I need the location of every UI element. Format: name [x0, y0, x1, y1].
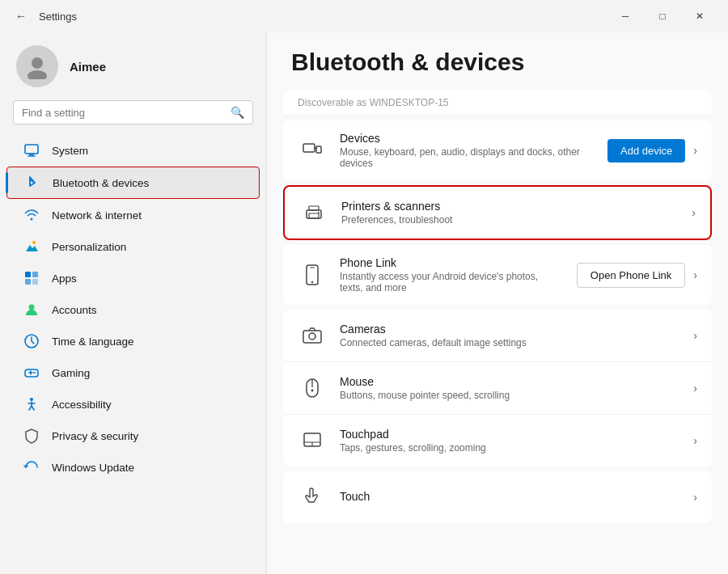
phonelink-row-text: Phone Link Instantly access your Android…: [340, 256, 564, 293]
mouse-desc: Buttons, mouse pointer speed, scrolling: [340, 390, 680, 401]
sidebar-item-privacy[interactable]: Privacy & security: [6, 420, 260, 451]
touchpad-action: ›: [693, 434, 697, 447]
sidebar-item-label-network: Network & internet: [52, 209, 142, 222]
phonelink-row[interactable]: Phone Link Instantly access your Android…: [283, 245, 712, 305]
sidebar-item-label-accessibility: Accessibility: [52, 399, 112, 411]
minimize-button[interactable]: ─: [607, 3, 644, 29]
app-body: Aimee 🔍 System: [0, 32, 728, 574]
maximize-button[interactable]: □: [644, 3, 681, 29]
touch-action: ›: [693, 491, 697, 504]
user-profile[interactable]: Aimee: [0, 32, 266, 97]
svg-rect-9: [25, 279, 31, 285]
mouse-icon: [298, 374, 327, 403]
printers-row-text: Printers & scanners Preferences, trouble…: [341, 200, 679, 226]
phonelink-action: Open Phone Link ›: [577, 263, 697, 288]
printers-row[interactable]: Printers & scanners Preferences, trouble…: [285, 187, 710, 238]
touchpad-row[interactable]: Touchpad Taps, gestures, scrolling, zoom…: [283, 415, 712, 466]
svg-point-16: [30, 398, 33, 401]
svg-rect-8: [32, 272, 38, 277]
devices-action: Add device ›: [607, 139, 697, 162]
sidebar-item-label-gaming: Gaming: [52, 367, 90, 379]
devices-desc: Mouse, keyboard, pen, audio, displays an…: [340, 146, 595, 169]
mouse-title: Mouse: [340, 375, 680, 388]
app-title: Settings: [39, 11, 607, 23]
accessibility-icon: [23, 395, 40, 413]
time-icon: [23, 332, 40, 350]
touch-title: Touch: [340, 490, 680, 503]
sidebar-item-accounts[interactable]: Accounts: [6, 294, 260, 325]
search-input[interactable]: [22, 107, 224, 119]
sidebar-item-gaming[interactable]: Gaming: [6, 357, 260, 388]
add-device-button[interactable]: Add device: [607, 139, 685, 162]
cameras-row-text: Cameras Connected cameras, default image…: [340, 323, 680, 348]
open-phonelink-button[interactable]: Open Phone Link: [577, 263, 685, 288]
sidebar-item-label-update: Windows Update: [52, 462, 134, 474]
touchpad-desc: Taps, gestures, scrolling, zooming: [340, 442, 680, 454]
devices-icon: [298, 136, 327, 165]
printers-title: Printers & scanners: [341, 200, 679, 213]
printers-chevron: ›: [692, 206, 696, 219]
printers-icon: [299, 198, 328, 227]
svg-rect-3: [29, 154, 34, 156]
svg-point-5: [31, 218, 33, 221]
sidebar-item-time[interactable]: Time & language: [6, 326, 260, 357]
sidebar-item-apps[interactable]: Apps: [6, 263, 260, 293]
svg-rect-10: [32, 279, 38, 285]
svg-point-14: [33, 372, 35, 374]
devices-row[interactable]: Devices Mouse, keyboard, pen, audio, dis…: [283, 120, 712, 180]
close-button[interactable]: ✕: [681, 3, 718, 29]
devices-row-text: Devices Mouse, keyboard, pen, audio, dis…: [340, 132, 595, 169]
sidebar-item-label-privacy: Privacy & security: [52, 430, 138, 442]
sidebar-item-update[interactable]: Windows Update: [6, 452, 260, 483]
svg-rect-7: [25, 272, 31, 277]
search-icon: 🔍: [231, 106, 244, 119]
sidebar-item-accessibility[interactable]: Accessibility: [6, 389, 260, 420]
mouse-action: ›: [693, 382, 697, 395]
cameras-row[interactable]: Cameras Connected cameras, default image…: [283, 310, 712, 362]
svg-rect-25: [310, 268, 315, 268]
svg-rect-17: [303, 144, 315, 152]
phonelink-icon: [298, 260, 327, 289]
sidebar-item-bluetooth[interactable]: Bluetooth & devices: [6, 167, 260, 199]
lower-settings-card: Cameras Connected cameras, default image…: [283, 310, 712, 466]
svg-point-24: [311, 281, 313, 283]
system-icon: [23, 141, 40, 159]
touch-chevron: ›: [693, 491, 697, 504]
svg-point-27: [309, 333, 315, 340]
mouse-row[interactable]: Mouse Buttons, mouse pointer speed, scro…: [283, 362, 712, 415]
devices-title: Devices: [340, 132, 595, 145]
svg-rect-2: [25, 145, 38, 154]
cameras-icon: [298, 321, 327, 350]
touch-icon: [298, 483, 327, 512]
touchpad-chevron: ›: [693, 434, 697, 447]
personalization-icon: [23, 238, 40, 255]
svg-rect-4: [28, 156, 36, 157]
sidebar-item-network[interactable]: Network & internet: [6, 200, 260, 230]
search-box[interactable]: 🔍: [13, 100, 253, 125]
update-icon: [23, 458, 40, 476]
sidebar-item-label-system: System: [52, 145, 88, 157]
sidebar-item-personalization[interactable]: Personalization: [6, 231, 260, 262]
sidebar-item-label-accounts: Accounts: [52, 304, 97, 316]
back-button[interactable]: ←: [10, 5, 32, 27]
titlebar: ← Settings ─ □ ✕: [0, 0, 728, 32]
sidebar-item-label-apps: Apps: [52, 272, 77, 285]
sidebar-item-system[interactable]: System: [6, 135, 260, 166]
nav-list: System Bluetooth & devices: [0, 134, 266, 483]
touchpad-icon: [298, 426, 327, 455]
search-container: 🔍: [0, 97, 266, 134]
accounts-icon: [23, 301, 40, 319]
svg-point-11: [29, 305, 35, 310]
svg-point-6: [32, 241, 36, 244]
cameras-desc: Connected cameras, default image setting…: [340, 337, 680, 348]
gaming-icon: [23, 364, 40, 382]
phonelink-card: Phone Link Instantly access your Android…: [283, 245, 712, 305]
printers-desc: Preferences, troubleshoot: [341, 214, 679, 226]
mouse-chevron: ›: [693, 382, 697, 395]
phonelink-chevron: ›: [693, 268, 697, 281]
devices-card: Devices Mouse, keyboard, pen, audio, dis…: [283, 120, 712, 180]
svg-rect-18: [316, 146, 321, 153]
cameras-title: Cameras: [340, 323, 680, 336]
touch-partial-card[interactable]: Touch ›: [283, 471, 712, 523]
svg-point-29: [311, 390, 314, 392]
